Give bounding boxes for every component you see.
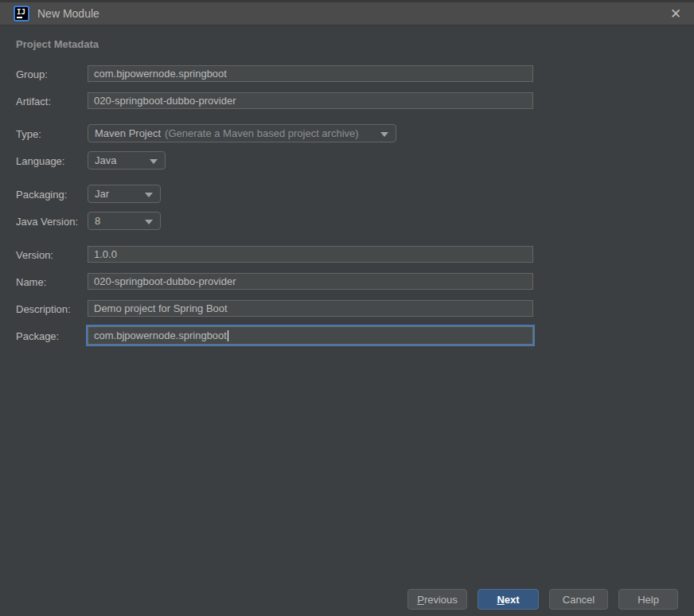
help-label: Help (637, 594, 659, 606)
artifact-label: Artifact: (16, 95, 51, 107)
packaging-value: Jar (95, 188, 109, 200)
name-label: Name: (16, 275, 46, 287)
version-value: 1.0.0 (94, 248, 117, 260)
chevron-down-icon (145, 220, 153, 224)
group-label: Group: (16, 68, 48, 80)
version-row: Version: 1.0.0 (0, 246, 694, 263)
group-input[interactable]: com.bjpowernode.springboot (88, 65, 533, 82)
packaging-label: Packaging: (16, 188, 67, 200)
intellij-logo-underline (17, 17, 22, 18)
name-row: Name: 020-springboot-dubbo-provider (0, 273, 694, 290)
java-version-select[interactable]: 8 (88, 212, 161, 230)
close-button[interactable]: ✕ (664, 2, 688, 25)
artifact-value: 020-springboot-dubbo-provider (94, 95, 236, 107)
type-label: Type: (16, 127, 41, 139)
package-label: Package: (16, 329, 59, 341)
cancel-button[interactable]: Cancel (549, 589, 608, 610)
packaging-select[interactable]: Jar (88, 185, 161, 203)
java-version-value: 8 (95, 215, 100, 227)
chevron-down-icon (150, 159, 158, 164)
language-label: Language: (16, 154, 64, 166)
cancel-label: Cancel (563, 594, 595, 606)
type-hint: (Generate a Maven based project archive) (165, 127, 359, 139)
java-version-label: Java Version: (16, 215, 78, 227)
type-value: Maven Project (95, 127, 161, 139)
text-caret (228, 330, 228, 341)
description-label: Description: (16, 302, 71, 314)
language-select[interactable]: Java (88, 151, 166, 170)
intellij-logo-text: IJ (17, 8, 25, 16)
group-row: Group: com.bjpowernode.springboot (0, 65, 694, 82)
group-value: com.bjpowernode.springboot (94, 68, 227, 80)
version-label: Version: (16, 248, 53, 260)
next-button[interactable]: Next (478, 589, 539, 610)
packaging-row: Packaging: Jar (0, 185, 694, 203)
next-label: ext (505, 594, 520, 606)
language-row: Language: Java (0, 151, 694, 170)
titlebar[interactable]: IJ New Module ✕ (0, 2, 694, 25)
language-value: Java (95, 154, 116, 166)
previous-label: revious (424, 594, 458, 606)
artifact-input[interactable]: 020-springboot-dubbo-provider (88, 92, 533, 109)
help-button[interactable]: Help (618, 589, 678, 610)
version-input[interactable]: 1.0.0 (88, 246, 533, 263)
package-input[interactable]: com.bjpowernode.springboot (88, 326, 533, 345)
name-value: 020-springboot-dubbo-provider (94, 275, 236, 287)
name-input[interactable]: 020-springboot-dubbo-provider (88, 273, 533, 290)
package-value: com.bjpowernode.springboot (94, 329, 227, 341)
close-icon: ✕ (670, 6, 681, 22)
description-value: Demo project for Spring Boot (94, 302, 228, 314)
description-input[interactable]: Demo project for Spring Boot (88, 300, 533, 317)
dialog-button-bar: Previous Next Cancel Help (407, 589, 678, 610)
type-row: Type: Maven Project (Generate a Maven ba… (0, 124, 694, 142)
page-title: Project Metadata (16, 38, 99, 50)
artifact-row: Artifact: 020-springboot-dubbo-provider (0, 92, 694, 109)
type-select[interactable]: Maven Project (Generate a Maven based pr… (88, 124, 396, 142)
intellij-logo-icon: IJ (14, 6, 29, 21)
chevron-down-icon (145, 193, 153, 197)
new-module-dialog: IJ New Module ✕ Project Metadata Group: … (0, 0, 694, 616)
java-version-row: Java Version: 8 (0, 212, 694, 230)
previous-button[interactable]: Previous (407, 589, 467, 610)
description-row: Description: Demo project for Spring Boo… (0, 300, 694, 317)
window-title: New Module (37, 7, 99, 20)
chevron-down-icon (380, 132, 388, 137)
next-mnemonic: N (497, 594, 504, 606)
package-row: Package: com.bjpowernode.springboot (0, 326, 694, 345)
previous-mnemonic: P (417, 594, 424, 606)
